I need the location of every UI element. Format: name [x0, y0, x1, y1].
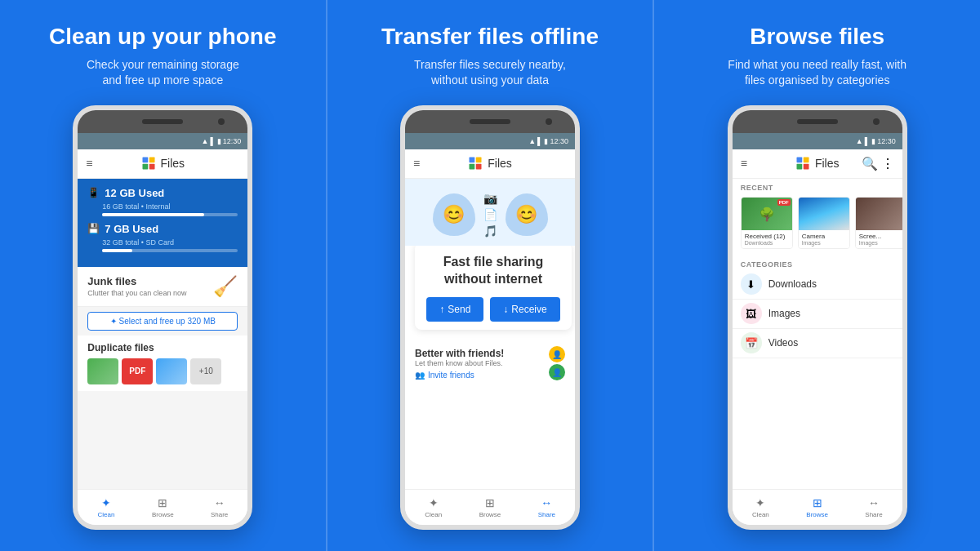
panel-transfer-subtitle: Transfer files securely nearby,without u…: [414, 57, 566, 89]
cat-name-videos: Videos: [768, 337, 798, 349]
share-nav-icon-2: ↔: [541, 496, 552, 509]
clean-nav-label-2: Clean: [425, 511, 442, 518]
blob-right: 😊: [506, 193, 548, 236]
duplicate-thumbs: PDF +10: [87, 358, 238, 384]
share-nav-label-2: Share: [538, 511, 555, 518]
search-icon-toolbar[interactable]: 🔍: [862, 156, 878, 171]
phone-content-transfer: 😊 📷 📄 🎵 😊 Fast file sharingwitho: [405, 179, 575, 489]
storage-row-sd-header: 💾 7 GB Used: [87, 223, 238, 235]
signal-icon-3: ▌: [865, 137, 870, 145]
phone-camera-2: [546, 118, 552, 125]
nav-browse-3[interactable]: ⊞ Browse: [789, 490, 845, 525]
invite-label: Invite friends: [428, 371, 474, 380]
storage-row-internal: 📱 12 GB Used 16 GB total • Internal: [87, 187, 238, 216]
svg-rect-2: [142, 164, 148, 170]
more-icon-toolbar[interactable]: ⋮: [881, 156, 894, 171]
pdf-badge-0: PDF: [777, 199, 791, 206]
svg-rect-7: [476, 164, 482, 170]
progress-bg-internal: [102, 213, 238, 216]
browse-nav-label-3: Browse: [806, 511, 828, 518]
junk-icon: 🧹: [213, 275, 238, 298]
phone-content-clean: 📱 12 GB Used 16 GB total • Internal 💾 7 …: [78, 179, 247, 489]
categories-section-label: CATEGORIES: [733, 256, 902, 270]
wifi-icon-2: ▲: [528, 137, 536, 145]
invite-btn[interactable]: 👥 Invite friends: [415, 371, 504, 380]
phone-speaker-2: [470, 119, 510, 124]
friends-card: Better with friends! Let them know about…: [405, 338, 575, 389]
storage-label-sd: 7 GB Used: [105, 223, 158, 235]
cat-row-downloads[interactable]: ⬇ Downloads: [733, 270, 902, 300]
phone-nav-transfer: ✦ Clean ⊞ Browse ↔ Share: [405, 489, 575, 525]
nav-clean-3[interactable]: ✦ Clean: [733, 490, 789, 525]
cat-row-videos[interactable]: 📅 Videos: [733, 329, 902, 358]
toolbar-title-browse: Files: [815, 157, 840, 170]
recent-card-2[interactable]: Scree... Images: [855, 197, 902, 249]
status-bar-clean: ▲ ▌ ▮ 12:30: [78, 133, 247, 149]
send-label: Send: [448, 304, 470, 315]
float-icon-2: 📄: [483, 208, 497, 221]
phone-storage-icon: 📱: [87, 187, 100, 198]
svg-rect-4: [470, 158, 475, 163]
nav-browse[interactable]: ⊞ Browse: [135, 490, 191, 525]
clean-nav-icon-3: ✦: [755, 496, 765, 509]
nav-share-2[interactable]: ↔ Share: [519, 490, 575, 525]
panel-transfer-title: Transfer files offline: [381, 23, 599, 51]
thumb-plus: +10: [190, 358, 221, 384]
recent-card-1[interactable]: Camera Images: [798, 197, 850, 249]
clean-nav-icon: ✦: [101, 496, 111, 509]
phone-nav-clean: ✦ Clean ⊞ Browse ↔ Share: [78, 489, 247, 525]
send-button[interactable]: ↑ Send: [426, 297, 483, 322]
storage-label-internal: 12 GB Used: [105, 187, 164, 199]
send-arrow-icon: ↑: [439, 304, 444, 315]
storage-sub-internal: 16 GB total • Internal: [102, 202, 238, 211]
cat-name-images: Images: [768, 308, 800, 319]
receive-button[interactable]: ↓ Receive: [490, 297, 559, 322]
toolbar-browse: ≡ Files 🔍 ⋮: [733, 149, 902, 179]
toolbar-transfer: ≡ Files: [405, 149, 575, 179]
recent-card-0[interactable]: PDF 🌳 Received (12) Downloads: [741, 197, 793, 249]
hamburger-icon-2[interactable]: ≡: [413, 157, 420, 170]
svg-rect-11: [804, 164, 809, 170]
share-nav-icon-3: ↔: [868, 496, 880, 509]
panel-clean-title: Clean up your phone: [49, 23, 276, 51]
phone-camera-3: [873, 118, 880, 125]
phone-content-browse: RECENT PDF 🌳 Received (12) Downloads: [733, 179, 902, 489]
friends-text: Better with friends! Let them know about…: [415, 348, 504, 380]
time-display: 12:30: [223, 137, 242, 145]
panel-browse-title: Browse files: [750, 23, 884, 51]
recent-thumb-2: [856, 198, 902, 230]
phone-browse: ▲ ▌ ▮ 12:30 ≡ Files 🔍 ⋮: [728, 105, 907, 530]
storage-row-sd: 💾 7 GB Used 32 GB total • SD Card: [87, 223, 238, 252]
downloads-icon-circle: ⬇: [741, 273, 762, 295]
share-nav-icon: ↔: [214, 496, 225, 509]
nav-browse-2[interactable]: ⊞ Browse: [461, 490, 518, 525]
junk-sub: Clutter that you can clean now: [87, 289, 186, 297]
hamburger-icon[interactable]: ≡: [86, 157, 92, 170]
blob-right-body: 😊: [506, 193, 548, 236]
duplicate-title: Duplicate files: [87, 342, 238, 353]
nav-clean[interactable]: ✦ Clean: [78, 490, 134, 525]
files-logo-icon: [141, 156, 156, 171]
recent-thumb-0: PDF 🌳: [742, 198, 792, 230]
tree-icon: 🌳: [759, 206, 775, 221]
float-icon-3: 🎵: [483, 224, 497, 238]
svg-rect-9: [804, 158, 809, 163]
recent-info-1: Camera Images: [799, 230, 849, 248]
select-free-btn[interactable]: ✦ Select and free up 320 MB: [87, 312, 238, 331]
cat-row-images[interactable]: 🖼 Images: [733, 300, 902, 329]
nav-clean-2[interactable]: ✦ Clean: [405, 490, 461, 525]
nav-share[interactable]: ↔ Share: [191, 490, 247, 525]
avatar-2: 👤: [549, 364, 565, 380]
panel-browse: Browse files Find what you need really f…: [653, 0, 980, 551]
nav-share-3[interactable]: ↔ Share: [845, 490, 902, 525]
recent-section-label: RECENT: [733, 179, 902, 193]
phone-top-transfer: [405, 110, 575, 133]
signal-icon-2: ▌: [537, 137, 542, 145]
wifi-icon-3: ▲: [856, 137, 863, 145]
recent-name-1: Camera: [802, 233, 846, 240]
svg-rect-0: [142, 158, 148, 163]
hamburger-icon-3[interactable]: ≡: [741, 157, 747, 170]
battery-icon-3: ▮: [871, 137, 875, 145]
status-icons-transfer: ▲ ▌ ▮ 12:30: [528, 137, 568, 145]
thumb-pdf: PDF: [122, 358, 153, 384]
